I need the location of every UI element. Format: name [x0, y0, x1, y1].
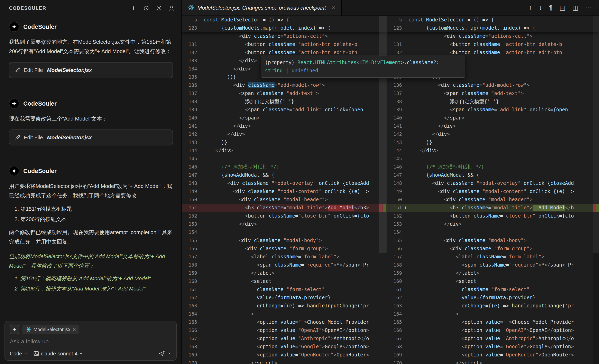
code-line[interactable]: 146 {/* 添加模型对话框 */}	[182, 163, 387, 171]
code-line[interactable]: 140 </span>	[182, 114, 387, 122]
edit-file-card[interactable]: Edit File ModelSelector.jsx	[9, 62, 173, 78]
overview-ruler[interactable]	[593, 16, 599, 364]
code-line[interactable]: 155 <div className="modal-body">	[387, 236, 599, 245]
history-icon[interactable]	[143, 5, 150, 12]
scrollbar-thumb[interactable]	[593, 16, 599, 253]
code-line[interactable]: 149 <div className="modal-content" onCli…	[387, 187, 599, 195]
send-button[interactable]	[158, 350, 171, 357]
code-line[interactable]: 5const ModelSelector = () => {	[182, 16, 387, 24]
code-line[interactable]: 123 {customModels.map((model, index) => …	[182, 24, 387, 32]
code-line[interactable]: 156 <div className="form-group">	[387, 245, 599, 253]
code-line[interactable]: 123 {customModels.map((model, index) => …	[387, 24, 599, 32]
code-line[interactable]: 137 <span className="add-text">	[387, 89, 599, 97]
code-line[interactable]: 136 <div className="add-model-row">	[182, 81, 387, 89]
code-line[interactable]: 148 <div className="modal-overlay" onCli…	[387, 179, 599, 187]
code-line[interactable]: 147 {showAddModal && (	[182, 171, 387, 179]
code-line[interactable]: 143 )}	[387, 138, 599, 146]
code-line[interactable]: 159 </label>	[387, 269, 599, 277]
code-line[interactable]: 143 )}	[182, 138, 387, 146]
code-line[interactable]: 142 </div>	[387, 130, 599, 138]
code-line[interactable]: 145	[387, 155, 599, 163]
code-line[interactable]: 169 <option value="OpenRouter">OpenRoute…	[387, 351, 599, 359]
code-line[interactable]: 154	[387, 228, 599, 236]
code-line[interactable]: 166 <option value="OpenAI">OpenAI</optio…	[182, 326, 387, 334]
code-line[interactable]: 153 </div>	[387, 220, 599, 228]
code-line[interactable]: 138 添加自定义模型{' '}	[387, 97, 599, 106]
more-actions-icon[interactable]: ⋯	[585, 4, 592, 12]
chat-scroll[interactable]: CodeSouler 我找到了需要修改的地方。在ModelSelector.js…	[0, 16, 181, 318]
arrow-up-icon[interactable]: ↑	[529, 4, 532, 11]
code-line[interactable]: 161 className="form-select"	[182, 285, 387, 294]
code-line[interactable]: 139 <span className="add-link" onClick={…	[182, 106, 387, 114]
edit-file-card[interactable]: Edit File ModelSelector.jsx	[9, 129, 173, 145]
code-line[interactable]: 170 </select>	[182, 359, 387, 364]
code-line[interactable]: 136 <div className="add-model-row">	[387, 81, 599, 89]
code-line[interactable]: 140 </span>	[387, 114, 599, 122]
code-line[interactable]: 160 <select	[387, 277, 599, 285]
code-line[interactable]: 132 <button className="action-btn edit-b…	[182, 48, 387, 57]
code-line[interactable]: 145	[182, 155, 387, 163]
code-line[interactable]: 131 <button className="action-btn delete…	[387, 40, 599, 48]
code-line[interactable]: 152 <button className="close-btn" onClic…	[387, 212, 599, 220]
code-line[interactable]: 163 onChange={(e) => handleInputChange('…	[182, 302, 387, 310]
code-line[interactable]: 152 <button className="close-btn" onClic…	[182, 212, 387, 220]
pilcrow-icon[interactable]: ¶	[549, 4, 553, 11]
gear-icon[interactable]	[155, 5, 162, 12]
account-icon[interactable]	[168, 5, 175, 12]
map-icon[interactable]: ▤	[559, 4, 565, 12]
code-line[interactable]: <div className="actions-cell">	[387, 32, 599, 40]
followup-input[interactable]: Ask a follow-up	[10, 338, 171, 345]
chip-close-icon[interactable]: ×	[73, 326, 76, 333]
code-line[interactable]: 131 <button className="action-btn delete…	[182, 40, 387, 48]
code-line[interactable]: 144 </div>	[387, 146, 599, 155]
code-line[interactable]: 144 </div>	[182, 146, 387, 155]
arrow-down-icon[interactable]: ↓	[539, 4, 542, 11]
code-line[interactable]: 160 <select	[182, 277, 387, 285]
code-line[interactable]: 162 value={formData.provider}	[387, 294, 599, 302]
code-line[interactable]: 142 </div>	[182, 130, 387, 138]
code-line[interactable]: 170 </select>	[387, 359, 599, 364]
tab-modelselector-diff[interactable]: ModelSelector.jsx: Changes since previou…	[182, 0, 342, 16]
code-line[interactable]: 161 className="form-select"	[387, 285, 599, 294]
close-icon[interactable]: ×	[332, 4, 335, 12]
code-line[interactable]: 141 </div>	[387, 122, 599, 130]
scrollbar-thumb[interactable]	[379, 16, 387, 253]
code-line[interactable]: 132 <button className="action-btn edit-b…	[387, 48, 599, 57]
code-line[interactable]: 148 <div className="modal-overlay" onCli…	[182, 179, 387, 187]
code-line[interactable]: 168 <option value="Google">Google</optio…	[182, 343, 387, 351]
code-line[interactable]: 164 >	[387, 310, 599, 318]
code-line[interactable]: 150 <div className="modal-header">	[387, 195, 599, 204]
code-line[interactable]: 151+ <h3 className="modal-title">+ Add M…	[387, 204, 599, 212]
model-select[interactable]: claude-sonnet-4	[33, 350, 83, 357]
chevron-down-icon[interactable]	[168, 351, 171, 356]
code-line[interactable]: 154	[182, 228, 387, 236]
composer[interactable]: + ModelSelector.jsx × Ask a follow-up Co…	[5, 321, 177, 361]
code-line[interactable]: 159 </label>	[182, 269, 387, 277]
code-line[interactable]: 5const ModelSelector = () => {	[387, 16, 599, 24]
code-line[interactable]: 146 {/* 添加模型对话框 */}	[387, 163, 599, 171]
new-chat-icon[interactable]	[130, 5, 137, 12]
code-line[interactable]: 165 <option value="">Choose Model Provid…	[182, 318, 387, 326]
code-line[interactable]: 163 onChange={(e) => handleInputChange('…	[387, 302, 599, 310]
code-line[interactable]: 167 <option value="Anthropic">Anthropic<…	[387, 334, 599, 343]
code-line[interactable]: 147 {showAddModal && (	[387, 171, 599, 179]
code-line[interactable]: 138 添加自定义模型{' '}	[182, 97, 387, 106]
code-line[interactable]: 151- <h3 className="modal-title">Add Mod…	[182, 204, 387, 212]
code-line[interactable]: 141 </div>	[182, 122, 387, 130]
code-line[interactable]: 150 <div className="modal-header">	[182, 195, 387, 204]
code-line[interactable]: 155 <div className="modal-body">	[182, 236, 387, 245]
code-line[interactable]: 158 <span className="required">*</span> …	[387, 261, 599, 269]
code-line[interactable]: 169 <option value="OpenRouter">OpenRoute…	[182, 351, 387, 359]
code-line[interactable]: 157 <label className="form-label">	[387, 253, 599, 261]
code-line[interactable]: 167 <option value="Anthropic">Anthropic<…	[182, 334, 387, 343]
code-line[interactable]: 156 <div className="form-group">	[182, 245, 387, 253]
code-line[interactable]: 153 </div>	[182, 220, 387, 228]
code-line[interactable]: 162 value={formData.provider}	[182, 294, 387, 302]
context-chip[interactable]: ModelSelector.jsx ×	[23, 325, 79, 334]
code-line[interactable]: 149 <div className="modal-content" onCli…	[182, 187, 387, 195]
code-line[interactable]: 158 <span className="required">*</span> …	[182, 261, 387, 269]
code-line[interactable]: <div className="actions-cell">	[182, 32, 387, 40]
code-line[interactable]: 165 <option value="">Choose Model Provid…	[387, 318, 599, 326]
code-line[interactable]: 157 <label className="form-label">	[182, 253, 387, 261]
code-line[interactable]: 166 <option value="OpenAI">OpenAI</optio…	[387, 326, 599, 334]
